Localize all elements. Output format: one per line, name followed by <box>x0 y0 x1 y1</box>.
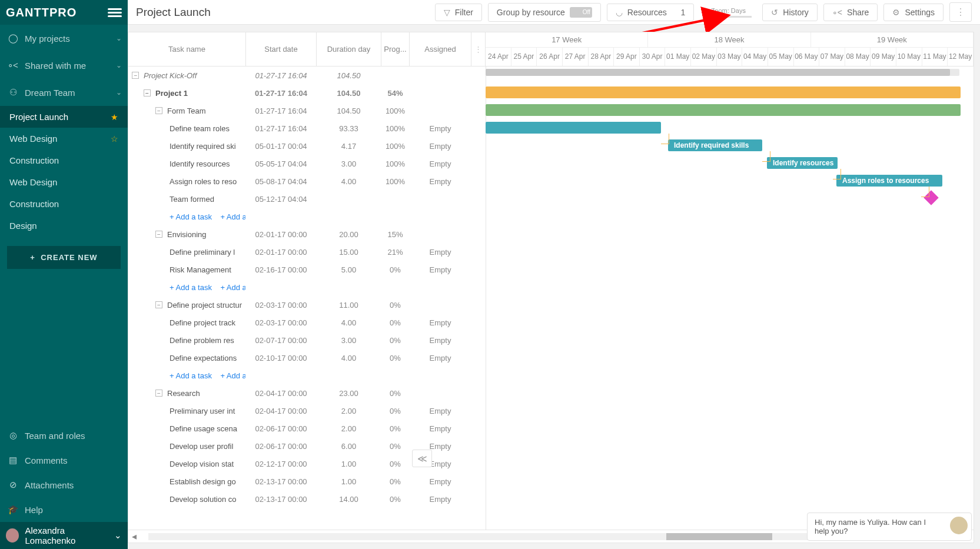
day-cell: 03 May <box>717 48 743 66</box>
col-options[interactable]: ⋮ <box>471 32 486 66</box>
task-name: Envisioning <box>167 230 207 239</box>
collapse-toggle[interactable]: − <box>132 72 139 79</box>
sidebar-project-item[interactable]: Design <box>0 215 128 237</box>
task-duration: 104.50 <box>317 89 381 98</box>
gantt-bar-identify-resources[interactable]: Identify resources <box>767 157 838 169</box>
col-progress: Prog... <box>381 32 410 66</box>
task-progress: 0% <box>381 477 410 486</box>
collapse-toggle[interactable]: − <box>155 301 162 308</box>
scrollbar-thumb[interactable] <box>486 69 950 76</box>
gantt-bar-form-team[interactable] <box>486 104 961 116</box>
gear-icon: ⚙ <box>892 8 900 17</box>
gantt-top-scrollbar[interactable] <box>486 69 959 76</box>
nav-dream-team[interactable]: ⚇ Dream Team ⌄ <box>0 79 128 106</box>
plus-icon: + <box>30 253 35 262</box>
create-new-button[interactable]: + CREATE NEW <box>7 246 121 269</box>
gantt-link <box>762 151 770 162</box>
nav-team-roles[interactable]: ◎Team and roles <box>0 423 128 448</box>
task-progress: 0% <box>381 354 410 362</box>
day-cell: 25 Apr <box>511 48 537 66</box>
day-cell: 09 May <box>871 48 896 66</box>
task-start: 02-06-17 00:00 <box>246 424 317 433</box>
add-milestone-link[interactable]: + Add a milestone <box>220 283 246 292</box>
sidebar-project-item[interactable]: Construction <box>0 193 128 215</box>
task-duration: 1.00 <box>317 477 381 486</box>
add-task-link[interactable]: + Add a task <box>170 283 212 292</box>
task-start: 01-27-17 16:04 <box>246 107 317 115</box>
task-name: Develop user profil <box>170 442 233 451</box>
sidebar-project-item[interactable]: Web Design☆ <box>0 128 128 149</box>
more-menu[interactable]: ⋮ <box>949 2 972 22</box>
task-duration: 6.00 <box>317 442 381 451</box>
share-button[interactable]: ∘<Share <box>823 4 878 21</box>
task-start: 02-03-17 00:00 <box>246 301 317 310</box>
task-name: Project Kick-Off <box>144 71 197 80</box>
scroll-left-icon[interactable]: ◂ <box>128 531 140 542</box>
day-cell: 06 May <box>794 48 820 66</box>
task-start: 05-05-17 04:04 <box>246 159 317 168</box>
gantt-bar-define-roles[interactable] <box>486 122 661 134</box>
chat-message: Hi, my name is Yuliya. How can I help yo… <box>815 518 926 535</box>
add-milestone-link[interactable]: + Add a milestone <box>220 371 246 380</box>
task-name: Research <box>167 389 200 398</box>
day-cell: 10 May <box>896 48 922 66</box>
task-start: 02-04-17 00:00 <box>246 407 317 415</box>
task-start: 01-27-17 16:04 <box>246 71 317 80</box>
add-task-link[interactable]: + Add a task <box>170 212 212 221</box>
settings-button[interactable]: ⚙Settings <box>883 4 944 21</box>
nav-comments[interactable]: ▤Comments <box>0 448 128 473</box>
gantt-bar-assign-roles[interactable]: Assign roles to resources <box>836 175 942 187</box>
sidebar-project-item[interactable]: Construction <box>0 149 128 171</box>
rewind-button[interactable]: ≪ <box>412 450 432 467</box>
task-name: Define problem res <box>170 336 234 345</box>
day-cell: 08 May <box>845 48 871 66</box>
gantt-bar-identify-skills[interactable]: Identify required skills <box>668 139 762 151</box>
star-icon[interactable]: ☆ <box>111 134 118 144</box>
task-start: 05-08-17 04:04 <box>246 177 317 186</box>
chevron-down-icon: ⌄ <box>116 61 122 69</box>
task-start: 02-07-17 00:00 <box>246 336 317 345</box>
task-start: 02-04-17 00:00 <box>246 389 317 398</box>
user-bar[interactable]: Alexandra Lomachenko ⌄ <box>0 522 128 549</box>
sidebar-project-item[interactable]: Project Launch★ <box>0 106 128 128</box>
task-start: 02-01-17 00:00 <box>246 248 317 257</box>
task-assigned: Empty <box>410 142 471 151</box>
gantt-chart-area[interactable]: Identify required skills Identify resour… <box>486 66 974 530</box>
nav-shared[interactable]: ∘< Shared with me ⌄ <box>0 52 128 79</box>
add-milestone-link[interactable]: + Add a milestone <box>220 212 246 221</box>
day-cell: 11 May <box>922 48 948 66</box>
task-start: 02-13-17 00:00 <box>246 477 317 486</box>
nav-help[interactable]: 🎓Help <box>0 497 128 522</box>
collapse-toggle[interactable]: − <box>155 390 162 397</box>
task-name: Define project track <box>170 318 235 327</box>
task-progress: 0% <box>381 424 410 433</box>
collapse-toggle[interactable]: − <box>155 231 162 238</box>
history-button[interactable]: ↺History <box>762 4 818 21</box>
collapse-toggle[interactable]: − <box>144 89 151 97</box>
day-cell: 27 Apr <box>563 48 589 66</box>
task-progress: 100% <box>381 177 410 186</box>
col-task-name: Task name <box>128 32 246 66</box>
collapse-toggle[interactable]: − <box>155 107 162 114</box>
task-progress: 54% <box>381 89 410 98</box>
gantt-bar-project1[interactable] <box>486 86 961 98</box>
star-icon[interactable]: ★ <box>111 112 118 122</box>
chat-widget[interactable]: Hi, my name is Yuliya. How can I help yo… <box>807 513 972 541</box>
task-duration: 3.00 <box>317 336 381 345</box>
task-duration: 4.17 <box>317 142 381 151</box>
nav-label: Dream Team <box>20 88 116 98</box>
col-start-date: Start date <box>246 32 317 66</box>
menu-toggle-icon[interactable] <box>108 6 122 19</box>
nav-my-projects[interactable]: ◯ My projects ⌄ <box>0 25 128 52</box>
task-start: 02-10-17 00:00 <box>246 354 317 362</box>
task-duration: 23.00 <box>317 389 381 398</box>
task-assigned: Empty <box>410 265 471 274</box>
chevron-down-icon: ⌄ <box>116 34 122 42</box>
task-duration: 3.00 <box>317 159 381 168</box>
comments-icon: ▤ <box>6 455 20 465</box>
sidebar-project-item[interactable]: Web Design <box>0 171 128 193</box>
week-cell: 18 Week <box>648 32 810 47</box>
scrollbar-thumb[interactable] <box>666 533 772 540</box>
nav-attachments[interactable]: ⊘Attachments <box>0 473 128 497</box>
add-task-link[interactable]: + Add a task <box>170 371 212 380</box>
